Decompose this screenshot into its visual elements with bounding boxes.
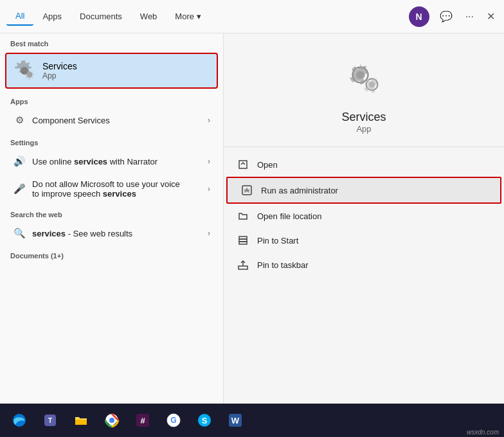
open-label: Open xyxy=(257,160,278,170)
open-icon xyxy=(237,158,249,171)
voice-services-item[interactable]: 🎤 Do not allow Microsoft to use your voi… xyxy=(3,174,221,204)
tab-web[interactable]: Web xyxy=(131,8,166,25)
nav-right: N 💬 ··· ✕ xyxy=(409,6,498,27)
svg-text:T: T xyxy=(48,417,52,424)
best-match-item[interactable]: Services App xyxy=(5,53,218,89)
open-file-location-label: Open file location xyxy=(257,211,321,221)
run-as-admin-action[interactable]: Run as administrator xyxy=(226,177,501,204)
settings-icon-1: 🔊 xyxy=(13,155,26,168)
more-options-button[interactable]: ··· xyxy=(463,8,476,25)
left-panel: Best match Services App Apps ⚙ xyxy=(0,33,224,437)
narrator-label: Use online services with Narrator xyxy=(32,157,158,166)
taskbar-word[interactable]: W xyxy=(221,406,249,434)
svg-rect-11 xyxy=(239,266,248,269)
chevron-right-icon-4: › xyxy=(208,229,210,238)
app-detail-header: Services App xyxy=(224,33,504,147)
tab-documents[interactable]: Documents xyxy=(71,8,131,25)
pin-start-icon xyxy=(237,234,249,247)
open-action[interactable]: Open xyxy=(224,152,504,177)
app-detail-icon xyxy=(338,53,390,104)
right-panel: Services App Open Run as administrator xyxy=(224,33,504,437)
chevron-right-icon-2: › xyxy=(208,157,210,166)
pin-to-taskbar-action[interactable]: Pin to taskbar xyxy=(224,253,504,277)
tab-all[interactable]: All xyxy=(6,7,33,26)
component-services-icon: ⚙ xyxy=(13,114,26,127)
svg-text:S: S xyxy=(202,416,208,425)
svg-text:#: # xyxy=(140,416,145,425)
tab-more[interactable]: More ▾ xyxy=(166,8,210,25)
settings-icon-2: 🎤 xyxy=(13,183,26,195)
open-file-location-action[interactable]: Open file location xyxy=(224,204,504,228)
best-match-app-name: Services xyxy=(42,61,77,71)
svg-text:W: W xyxy=(231,416,240,425)
app-detail-name: Services xyxy=(341,111,386,124)
web-section-label: Search the web xyxy=(0,204,223,221)
admin-icon xyxy=(240,184,253,197)
pin-to-start-label: Pin to Start xyxy=(257,236,298,245)
pin-taskbar-icon xyxy=(237,258,249,271)
taskbar: T # G S W wsxdn.com xyxy=(0,404,504,437)
component-services-label: Component Services xyxy=(32,116,110,125)
best-match-text: Services App xyxy=(42,61,77,80)
search-icon: 🔍 xyxy=(13,227,26,240)
taskbar-explorer[interactable] xyxy=(67,406,95,434)
action-list: Open Run as administrator Open file loca… xyxy=(224,147,504,282)
tab-apps[interactable]: Apps xyxy=(33,8,71,25)
narrator-services-item[interactable]: 🔊 Use online services with Narrator › xyxy=(3,150,221,173)
folder-icon xyxy=(237,210,249,222)
top-nav: All Apps Documents Web More ▾ N 💬 ··· ✕ xyxy=(0,0,504,33)
app-detail-type: App xyxy=(356,124,371,134)
close-button[interactable]: ✕ xyxy=(484,8,498,25)
chevron-right-icon: › xyxy=(208,116,210,125)
svg-rect-6 xyxy=(239,161,247,168)
chevron-right-icon-3: › xyxy=(208,184,210,193)
best-match-label: Best match xyxy=(0,33,223,50)
docs-section-label: Documents (1+) xyxy=(0,245,223,262)
taskbar-chrome[interactable] xyxy=(98,406,126,434)
svg-text:G: G xyxy=(170,416,176,425)
taskbar-slack[interactable]: # xyxy=(129,406,157,434)
settings-section-label: Settings xyxy=(0,132,223,149)
taskbar-teams[interactable]: T xyxy=(36,406,64,434)
feedback-button[interactable]: 💬 xyxy=(437,8,455,25)
taskbar-edge[interactable] xyxy=(5,406,33,434)
services-app-icon xyxy=(13,59,36,82)
voice-label: Do not allow Microsoft to use your voice… xyxy=(32,179,186,199)
taskbar-skype[interactable]: S xyxy=(190,406,219,434)
pin-to-start-action[interactable]: Pin to Start xyxy=(224,228,504,253)
component-services-item[interactable]: ⚙ Component Services › xyxy=(3,109,221,132)
main-container: Best match Services App Apps ⚙ xyxy=(0,33,504,437)
web-search-item[interactable]: 🔍 services - See web results › xyxy=(3,222,221,245)
apps-section-label: Apps xyxy=(0,91,223,108)
taskbar-google[interactable]: G xyxy=(159,406,188,434)
svg-point-16 xyxy=(109,418,114,423)
watermark: wsxdn.com xyxy=(467,429,499,436)
best-match-app-type: App xyxy=(42,71,77,80)
avatar[interactable]: N xyxy=(409,6,429,27)
svg-rect-10 xyxy=(239,242,247,244)
pin-to-taskbar-label: Pin to taskbar xyxy=(257,260,309,270)
web-search-label: services - See web results xyxy=(32,229,132,238)
run-as-admin-label: Run as administrator xyxy=(261,186,338,195)
